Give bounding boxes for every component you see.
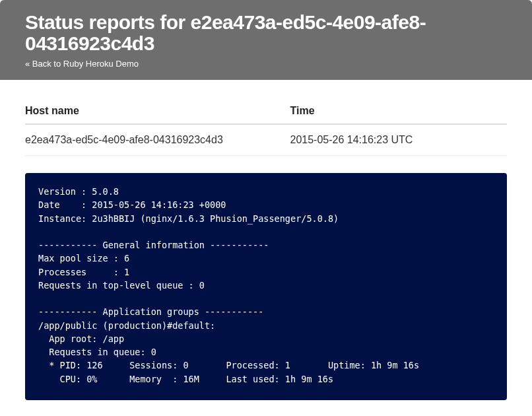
card-header: Status reports for e2ea473a-ed5c-4e09-af… — [0, 0, 532, 80]
table-row[interactable]: e2ea473a-ed5c-4e09-afe8-04316923c4d3 201… — [25, 124, 507, 156]
page-title: Status reports for e2ea473a-ed5c-4e09-af… — [25, 12, 507, 53]
back-link[interactable]: « Back to Ruby Heroku Demo — [25, 59, 139, 69]
table-header-row: Host name Time — [25, 100, 507, 124]
col-header-hostname: Host name — [25, 100, 290, 124]
status-table: Host name Time e2ea473a-ed5c-4e09-afe8-0… — [25, 100, 507, 156]
status-report-card: Status reports for e2ea473a-ed5c-4e09-af… — [0, 0, 532, 416]
terminal-output: Version : 5.0.8 Date : 2015-05-26 14:16:… — [25, 173, 507, 400]
col-header-time: Time — [290, 100, 508, 124]
card-content: Host name Time e2ea473a-ed5c-4e09-afe8-0… — [0, 80, 532, 416]
cell-hostname: e2ea473a-ed5c-4e09-afe8-04316923c4d3 — [25, 124, 290, 156]
cell-time: 2015-05-26 14:16:23 UTC — [290, 124, 508, 156]
